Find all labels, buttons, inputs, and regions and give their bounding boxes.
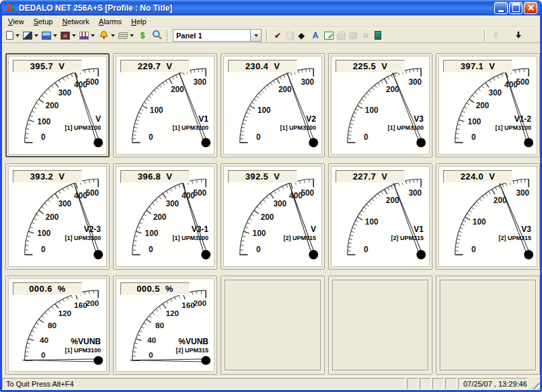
- meter-readout: 230.4V: [228, 60, 297, 73]
- meter-device: [1] UPM3100: [65, 347, 101, 354]
- meter-panel[interactable]: 229.7V 0100200300 V1 [1] UPM3100: [113, 53, 217, 157]
- dropdown-arrow-icon[interactable]: [72, 34, 76, 37]
- log-tapes-button[interactable]: [117, 29, 135, 42]
- meter-readout: 392.5V: [228, 170, 297, 183]
- status-indicator-cell: [407, 378, 418, 389]
- meter-style-red-button[interactable]: [59, 29, 77, 42]
- meter-device: [1] UPM3100: [280, 124, 316, 131]
- exit-icon: →: [375, 31, 381, 40]
- dropdown-arrow-icon[interactable]: [91, 34, 95, 37]
- dropdown-arrow-icon[interactable]: [53, 34, 57, 37]
- meter-panel[interactable]: 392.5V 0100200300400500 V [2] UPM315: [221, 163, 325, 270]
- panel-down-icon: [513, 30, 524, 40]
- resize-grip[interactable]: [529, 378, 539, 389]
- meter-unit: V: [489, 61, 495, 71]
- svg-text:100: 100: [258, 106, 271, 115]
- meter-unit: V: [59, 171, 65, 182]
- maximize-button[interactable]: [509, 2, 522, 14]
- meter-unit: V: [274, 61, 280, 71]
- meter-style-blue-button[interactable]: [40, 29, 59, 42]
- meter-channel: V3: [414, 114, 424, 124]
- meter-panel[interactable]: 393.2V 0100200300400500 V2-3 [1] UPM3100: [5, 163, 110, 270]
- window-title: DEDALO NET 256A+S [Profile : No Title]: [19, 3, 493, 13]
- menu-setup[interactable]: Setup: [29, 16, 58, 27]
- svg-text:200: 200: [261, 212, 274, 221]
- svg-text:0: 0: [364, 245, 369, 254]
- new-document-button[interactable]: [5, 29, 21, 42]
- meter-device: [1] UPM3100: [387, 124, 424, 131]
- meter-panel[interactable]: 395.7V 0100200300400500 V [1] UPM3100: [5, 53, 110, 157]
- panel-selector-dropdown-button[interactable]: [250, 30, 261, 41]
- meter-face: 397.1V 0100200300400500 V1-2 [1] UPM3100: [438, 56, 537, 155]
- meter-channel: %VUNB: [178, 337, 208, 346]
- close-button[interactable]: [524, 2, 537, 14]
- delete-icon: ✖: [360, 30, 371, 40]
- close-icon: [528, 5, 534, 11]
- svg-text:0: 0: [149, 352, 153, 360]
- billing-button[interactable]: $: [136, 29, 149, 42]
- dropdown-arrow-icon[interactable]: [130, 34, 134, 37]
- svg-text:300: 300: [58, 88, 71, 97]
- meter-style-red-icon: [61, 32, 70, 40]
- svg-text:200: 200: [386, 196, 399, 205]
- copy-icon: [286, 32, 293, 39]
- empty-panel-inner: [225, 280, 321, 370]
- empty-panel[interactable]: [221, 276, 325, 375]
- empty-panel[interactable]: [436, 276, 540, 375]
- dropdown-arrow-icon[interactable]: [34, 34, 38, 37]
- panel-down-button[interactable]: [512, 29, 525, 42]
- meter-value: 224.0: [461, 171, 484, 182]
- meter-value: 225.5: [353, 61, 377, 71]
- edit-check-icon: ✔: [272, 30, 283, 40]
- menu-view[interactable]: View: [3, 16, 29, 27]
- menu-help[interactable]: Help: [126, 16, 151, 27]
- meter-value: 230.4: [245, 61, 269, 71]
- menu-network[interactable]: Network: [57, 16, 93, 27]
- minimize-button[interactable]: [494, 2, 508, 14]
- svg-text:500: 500: [516, 77, 529, 87]
- svg-text:100: 100: [253, 229, 266, 238]
- svg-text:0: 0: [41, 245, 46, 254]
- meter-readout: 227.7V: [336, 170, 405, 183]
- meter-unit: V: [59, 61, 65, 71]
- svg-text:200: 200: [476, 101, 490, 110]
- clock-diamond-button[interactable]: ◆: [295, 29, 308, 42]
- meter-panel[interactable]: 000.6% 04080120160200 %VUNB [1] UPM3100: [5, 276, 110, 375]
- empty-panel[interactable]: [328, 276, 432, 375]
- meter-panel[interactable]: 396.8V 0100200300400500 V3-1 [1] UPM3100: [113, 163, 217, 270]
- meter-panel[interactable]: 224.0V 0100200300 V3 [2] UPM315: [436, 163, 540, 270]
- meter-panel[interactable]: 230.4V 0100200300 V2 [1] UPM3100: [221, 53, 325, 157]
- meter-panel[interactable]: 225.5V 0100200300 V3 [1] UPM3100: [328, 53, 432, 157]
- zoom-button[interactable]: [150, 29, 163, 42]
- meter-unit: %: [58, 284, 66, 294]
- meter-readout: 395.7V: [13, 60, 82, 73]
- apply-window-button[interactable]: ✓: [323, 29, 335, 42]
- font-button[interactable]: A: [309, 29, 322, 42]
- meter-panel[interactable]: 000.5% 04080120160200 %VUNB [2] UPM315: [113, 276, 217, 375]
- dropdown-arrow-icon[interactable]: [111, 34, 115, 37]
- meter-unit: V: [274, 171, 280, 182]
- alarm-bell-button[interactable]: [97, 29, 116, 42]
- meter-style-dark-button[interactable]: [22, 29, 40, 42]
- menu-alarms[interactable]: Alarms: [94, 16, 126, 27]
- status-indicator-cell: [420, 378, 431, 389]
- app-window: DEDALO NET 256A+S [Profile : No Title] V…: [0, 0, 542, 392]
- meter-panel[interactable]: 227.7V 0100200300 V1 [2] UPM315: [328, 163, 432, 270]
- meter-face: 395.7V 0100200300400500 V [1] UPM3100: [8, 56, 107, 155]
- svg-text:300: 300: [301, 77, 314, 87]
- meter-value: 000.6: [29, 284, 52, 294]
- panel-selector[interactable]: Panel 1: [173, 29, 262, 42]
- edit-check-button[interactable]: ✔: [271, 29, 284, 42]
- dropdown-arrow-icon[interactable]: [15, 34, 20, 37]
- empty-panel-inner: [440, 280, 536, 370]
- svg-text:300: 300: [273, 199, 286, 208]
- chart-style-button[interactable]: [78, 29, 96, 42]
- meter-channel: V1: [198, 114, 208, 124]
- svg-text:300: 300: [488, 88, 502, 97]
- exit-button[interactable]: →: [373, 29, 383, 42]
- meter-channel: V3-1: [192, 225, 208, 234]
- chevron-down-icon: [254, 34, 258, 37]
- delete-button: ✖: [359, 29, 373, 42]
- meter-face: 392.5V 0100200300400500 V [2] UPM315: [223, 166, 322, 267]
- meter-panel[interactable]: 397.1V 0100200300400500 V1-2 [1] UPM3100: [436, 53, 540, 157]
